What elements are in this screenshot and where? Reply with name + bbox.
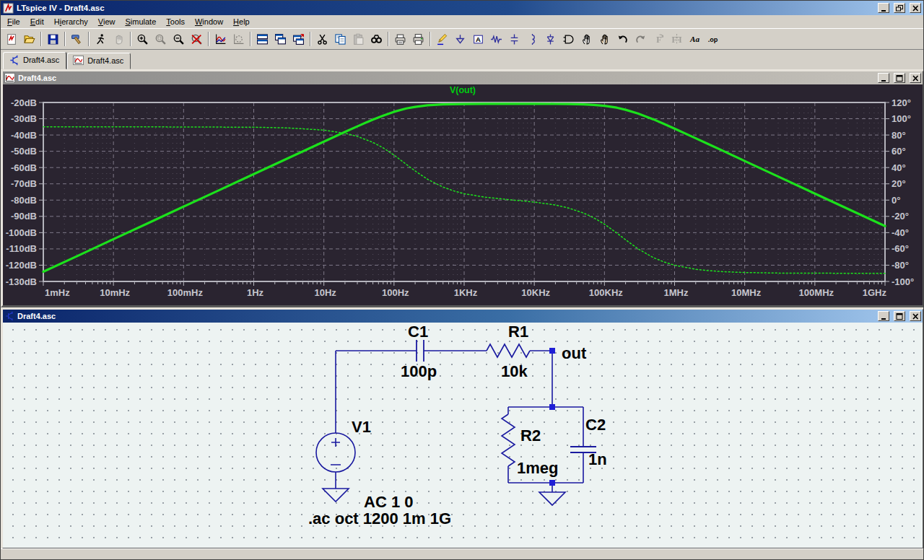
value-R2[interactable]: 1meg xyxy=(517,459,558,477)
voltage-source-V1[interactable] xyxy=(316,433,355,472)
copy-button[interactable] xyxy=(331,30,349,48)
waveform-maximize-button[interactable] xyxy=(894,73,905,83)
schematic-maximize-button[interactable] xyxy=(894,311,905,321)
tab-schematic-draft4[interactable]: Draft4.asc xyxy=(3,52,66,69)
autorange-y-button[interactable] xyxy=(212,30,230,48)
label-C1[interactable]: C1 xyxy=(408,323,428,341)
maximize-icon xyxy=(895,312,904,320)
move-button[interactable] xyxy=(578,30,596,48)
menu-view[interactable]: View xyxy=(93,16,121,27)
trace-title[interactable]: V(out) xyxy=(3,84,923,97)
restore-button[interactable] xyxy=(894,3,905,13)
plot-settings-button[interactable] xyxy=(230,30,248,48)
label-R1[interactable]: R1 xyxy=(508,323,528,341)
label-net-button[interactable]: A xyxy=(469,30,487,48)
draw-wire-icon xyxy=(436,33,448,45)
close-button[interactable] xyxy=(910,3,921,13)
waveform-close-button[interactable] xyxy=(910,73,921,83)
minimize-icon xyxy=(879,312,888,320)
waveform-window-titlebar[interactable]: Draft4.asc xyxy=(3,71,923,84)
place-inductor-button[interactable] xyxy=(523,30,541,48)
menu-tools[interactable]: Tools xyxy=(161,16,190,27)
x-tick-label: 10KHz xyxy=(521,287,550,298)
paste-button[interactable] xyxy=(349,30,367,48)
place-component-button[interactable] xyxy=(559,30,578,48)
label-V1[interactable]: V1 xyxy=(352,418,371,436)
cascade-windows-button[interactable] xyxy=(271,30,289,48)
halt-button[interactable] xyxy=(110,30,128,48)
bode-plot[interactable]: -20dB-30dB-40dB-50dB-60dB-70dB-80dB-90dB… xyxy=(3,97,923,305)
label-C2[interactable]: C2 xyxy=(585,416,606,434)
net-label-out[interactable]: out xyxy=(562,344,587,362)
close-icon xyxy=(911,312,920,320)
tile-windows-button[interactable] xyxy=(253,30,271,48)
run-button[interactable] xyxy=(92,30,110,48)
zoom-in-button[interactable] xyxy=(134,30,152,48)
place-inductor-icon xyxy=(526,33,539,45)
print-button[interactable] xyxy=(409,30,427,48)
schematic-minimize-button[interactable] xyxy=(878,311,889,321)
zoom-out-button[interactable] xyxy=(170,30,188,48)
value-C1[interactable]: 100p xyxy=(401,362,437,380)
autorange-y-icon xyxy=(214,33,227,45)
menu-window[interactable]: Window xyxy=(190,16,228,27)
y-left-tick-label: -80dB xyxy=(11,195,37,206)
place-diode-button[interactable] xyxy=(541,30,559,48)
zoom-extents-button[interactable] xyxy=(152,30,170,48)
undo-button[interactable] xyxy=(614,30,632,48)
ground-symbol-v1[interactable] xyxy=(323,489,349,502)
toolbar-separator xyxy=(64,32,66,46)
zoom-off-button[interactable] xyxy=(188,30,206,48)
new-schematic-button[interactable] xyxy=(2,30,20,48)
mirror-button[interactable]: FF xyxy=(668,30,686,48)
toolbar-separator xyxy=(40,32,42,46)
label-R2[interactable]: R2 xyxy=(520,426,541,445)
place-text-button[interactable]: Aa xyxy=(686,30,704,48)
close-icon xyxy=(911,4,920,12)
minimize-button[interactable] xyxy=(878,3,889,13)
y-right-tick-label: 40° xyxy=(892,162,906,173)
menu-help[interactable]: Help xyxy=(228,16,255,27)
y-left-tick-label: -120dB xyxy=(6,260,37,271)
print-preview-button[interactable] xyxy=(391,30,409,48)
x-tick-label: 100MHz xyxy=(799,287,834,298)
resistor-R1[interactable] xyxy=(487,344,530,357)
waveform-icon xyxy=(4,73,15,83)
capacitor-C1[interactable] xyxy=(417,340,424,362)
control-panel-button[interactable] xyxy=(68,30,86,48)
place-ground-button[interactable] xyxy=(451,30,469,48)
schematic-drawing: C1 100p R1 10k out V1 AC 1 0 .ac oct 120… xyxy=(3,323,923,548)
value-C2[interactable]: 1n xyxy=(588,450,607,468)
save-button[interactable] xyxy=(44,30,62,48)
schematic-window-titlebar[interactable]: Draft4.asc xyxy=(3,310,923,323)
menu-hierarchy[interactable]: Hierarchy xyxy=(49,16,93,27)
ground-symbol-out[interactable] xyxy=(539,492,565,505)
open-button[interactable] xyxy=(20,30,38,48)
tab-waveform-draft4[interactable]: Draft4.asc xyxy=(67,53,131,69)
value-V1[interactable]: AC 1 0 xyxy=(364,493,413,511)
menu-edit[interactable]: Edit xyxy=(25,16,49,27)
place-capacitor-button[interactable] xyxy=(505,30,523,48)
waveform-plot-area[interactable]: V(out) -20dB-30dB-40dB-50dB-60dB-70dB-80… xyxy=(3,84,923,305)
schematic-canvas[interactable]: C1 100p R1 10k out V1 AC 1 0 .ac oct 120… xyxy=(3,323,923,548)
y-left-tick-label: -20dB xyxy=(11,97,37,108)
y-left-tick-label: -30dB xyxy=(11,113,37,124)
tile-vertical-button[interactable] xyxy=(289,30,308,48)
spice-directive-text[interactable]: .ac oct 1200 1m 1G xyxy=(308,509,451,528)
cut-button[interactable] xyxy=(313,30,331,48)
drag-button[interactable] xyxy=(596,30,614,48)
y-left-tick-label: -110dB xyxy=(6,243,37,254)
waveform-minimize-button[interactable] xyxy=(878,73,889,83)
menu-simulate[interactable]: Simulate xyxy=(120,16,161,27)
redo-button[interactable] xyxy=(632,30,650,48)
draw-wire-button[interactable] xyxy=(433,30,451,48)
place-resistor-button[interactable] xyxy=(487,30,505,48)
y-left-tick-label: -130dB xyxy=(6,276,37,287)
value-R1[interactable]: 10k xyxy=(501,362,528,380)
spice-directive-button[interactable]: .op xyxy=(704,30,722,48)
rotate-button[interactable]: F xyxy=(650,30,668,48)
menu-file[interactable]: File xyxy=(2,16,25,27)
resistor-R2[interactable] xyxy=(502,414,515,466)
find-button[interactable] xyxy=(367,30,385,48)
schematic-close-button[interactable] xyxy=(910,311,921,321)
